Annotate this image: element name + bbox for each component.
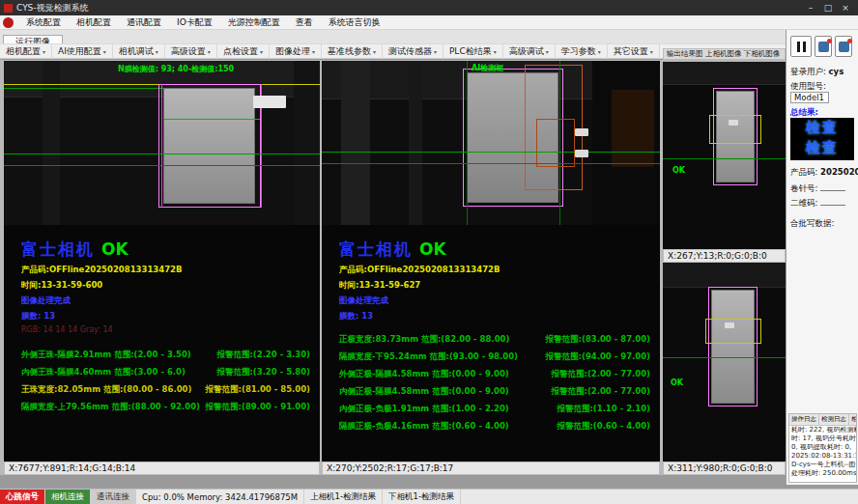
alarm-range-text: 报警范围:(2.00 - 77.00): [552, 386, 650, 398]
tool-plc-result[interactable]: PLC检结果: [443, 44, 503, 59]
maximize-button-icon[interactable]: □: [819, 1, 837, 14]
measure-line-green: [322, 163, 660, 164]
tool-spot-check[interactable]: 点检设置: [217, 44, 270, 59]
left-coord-bar: X:7677;Y:891;R:14;G:14;B:14: [4, 462, 320, 475]
bottom-camera-result-tab[interactable]: 下相机1-检测结果: [383, 490, 461, 504]
tool-baseline-params[interactable]: 基准线参数: [322, 44, 383, 59]
menu-system-config[interactable]: 系统配置: [18, 15, 69, 29]
bottom-preview-panel: OK: [663, 263, 786, 462]
alarm-range-text: 报警范围:(3.20 - 5.80): [216, 367, 310, 378]
top-camera-result-tab[interactable]: 上相机1-检测结果: [304, 490, 383, 504]
alarm-range-text: 报警范围:(2.00 - 77.00): [552, 369, 650, 380]
left-result-title: 富士相机: [21, 239, 95, 259]
log-panel: 操作日志 检测日志 相机日志 耗时: 222, 视码检测耗 时: 17, 视码分…: [788, 413, 857, 483]
measurement-text: 隔膜宽度-上79.56mm 范围:(88.00 - 92.00): [21, 402, 200, 413]
model-select[interactable]: Model1: [790, 92, 829, 103]
menu-language-switch[interactable]: 系统语言切换: [321, 15, 388, 29]
camera-app-icon: [818, 42, 829, 52]
batch-write-label: 合批写数据:: [790, 218, 834, 230]
right-coord-bar: X:270;Y:2502;R:17;G:17;B:17: [322, 462, 660, 475]
machine-stripe: [341, 61, 370, 225]
top-preview-image[interactable]: OK: [663, 62, 786, 249]
tab-row: 运行图像: [0, 30, 786, 43]
bottom-preview-image[interactable]: OK: [663, 263, 786, 462]
menu-view[interactable]: 查看: [288, 15, 321, 29]
total-result-display: 检查 检查: [790, 118, 854, 160]
camera-toggle-button[interactable]: [815, 36, 832, 57]
log-line: 时: 17, 视码分号耗时:: [789, 434, 856, 443]
right-overlay-label: AI检测框: [472, 63, 503, 73]
tool-camera-config[interactable]: 相机配置: [0, 44, 52, 59]
left-time: 时间:13-31-59-600: [21, 280, 320, 292]
menu-comm-config[interactable]: 通讯配置: [119, 15, 169, 29]
tool-advanced-settings[interactable]: 高级设置: [165, 44, 217, 59]
qr-label: 二维码:: [790, 198, 817, 208]
product-code-value: 20250208: [820, 167, 858, 177]
needle-input[interactable]: [820, 182, 845, 191]
left-film-count: 膜数: 13: [21, 311, 320, 322]
log-tab-detect[interactable]: 检测日志: [819, 414, 849, 425]
measure-line-green: [4, 154, 320, 154]
bright-spot: [729, 120, 738, 126]
right-result-status: OK: [419, 239, 446, 259]
right-sidebar: 登录用户: cys 使用型号: Model1 总结果: 检查 检查 产品码: 2…: [786, 30, 858, 485]
machine-stripe: [43, 61, 60, 225]
tab-connector: [253, 96, 286, 108]
machine-stripe: [294, 61, 320, 225]
left-product-code: 产品码:OFFline2025020813313472B: [21, 265, 320, 276]
tool-advanced-debug[interactable]: 高级调试: [503, 44, 556, 59]
log-line: 处理耗时: 250.00ms: [789, 469, 856, 478]
brand-logo-icon: [3, 17, 14, 28]
minimize-button-icon[interactable]: –: [802, 1, 819, 14]
right-camera-panel: AI检测框 富士相机 OK 产品码:OFFline202502081331347…: [322, 61, 660, 462]
close-button-icon[interactable]: ×: [837, 1, 854, 14]
measure-line-green: [163, 119, 260, 120]
qr-input[interactable]: [820, 197, 845, 206]
log-line: 2025:02:08-13:31:39:65: [789, 452, 856, 461]
log-tab-operation[interactable]: 操作日志: [789, 414, 819, 425]
pause-button[interactable]: [790, 36, 812, 57]
login-user-value: cys: [829, 67, 844, 76]
status-bar: 心跳信号 相机连接 通讯连接 Cpu: 0.0% Memory: 3424.41…: [0, 489, 858, 504]
bright-spot: [725, 322, 734, 328]
menu-io-config[interactable]: IO卡配置: [169, 15, 220, 29]
alarm-range-text: 报警范围:(0.60 - 4.00): [557, 421, 650, 433]
heartbeat-indicator: 心跳信号: [0, 490, 45, 504]
app-window: CYS-视觉检测系统 – □ × 系统配置 相机配置 通讯配置 IO卡配置 光源…: [0, 0, 858, 504]
total-result-line1: 检查: [790, 118, 854, 138]
left-process-done: 图像处理完成: [21, 295, 320, 307]
machine-part-brown: [612, 90, 654, 167]
measurement-text: 内侧正极-负极1.91mm 范围:(1.00 - 2.20): [339, 404, 509, 415]
left-overlay-label: N膜检测值: 93; 40-检测值:150: [118, 64, 234, 74]
right-result-title: 富士相机: [339, 239, 413, 259]
left-camera-image[interactable]: N膜检测值: 93; 40-检测值:150: [4, 61, 320, 225]
baseline-green: [4, 88, 163, 89]
left-result-block: 富士相机 OK 产品码:OFFline2025020813313472B 时间:…: [4, 225, 320, 413]
tool-sensor-test[interactable]: 测试传感器: [383, 44, 443, 59]
measurement-text: 隔膜正极-负极4.16mm 范围:(0.60 - 4.00): [339, 421, 509, 433]
tool-learn-params[interactable]: 学习参数: [556, 44, 608, 59]
log-line: 耗时: 222, 视码检测耗: [789, 426, 856, 434]
tool-other-settings[interactable]: 其它设置: [608, 44, 660, 59]
top-preview-coord-bar: X:267;Y:13;R:0;G:0;B:0: [663, 249, 786, 263]
top-preview-panel: OK: [663, 62, 786, 249]
login-user-label: 登录用户:: [790, 67, 826, 76]
measurement-text: 王珠宽度:82.05mm 范围:(80.00 - 86.00): [21, 384, 191, 396]
tool-image-process[interactable]: 图像处理: [270, 44, 322, 59]
left-extra-line: RGB: 14 14 14 Gray: 14: [21, 325, 320, 334]
menu-light-config[interactable]: 光源控制配置: [220, 15, 288, 29]
left-camera-panel: N膜检测值: 93; 40-检测值:150 富士相机 OK 产品码:OFFlin…: [4, 61, 320, 462]
tool-ai-config[interactable]: AI使用配置: [52, 44, 113, 59]
menu-camera-config[interactable]: 相机配置: [69, 15, 119, 29]
right-process-done: 图像处理完成: [339, 295, 660, 307]
right-camera-image[interactable]: AI检测框: [322, 61, 660, 225]
left-result-status: OK: [101, 239, 129, 259]
log-tab-camera[interactable]: 相机日志: [849, 414, 857, 425]
measurement-text: 内侧王珠-隔膜4.60mm 范围:(3.00 - 6.0): [21, 367, 186, 378]
ai-detect-box-orange: [536, 119, 575, 167]
alarm-range-text: 报警范围:(94.00 - 97.00): [546, 351, 650, 363]
tool-camera-debug[interactable]: 相机调试: [113, 44, 165, 59]
monitor-toggle-button[interactable]: [835, 36, 852, 57]
camera-connection-indicator: 相机连接: [45, 490, 91, 504]
measure-line-green: [322, 152, 660, 153]
